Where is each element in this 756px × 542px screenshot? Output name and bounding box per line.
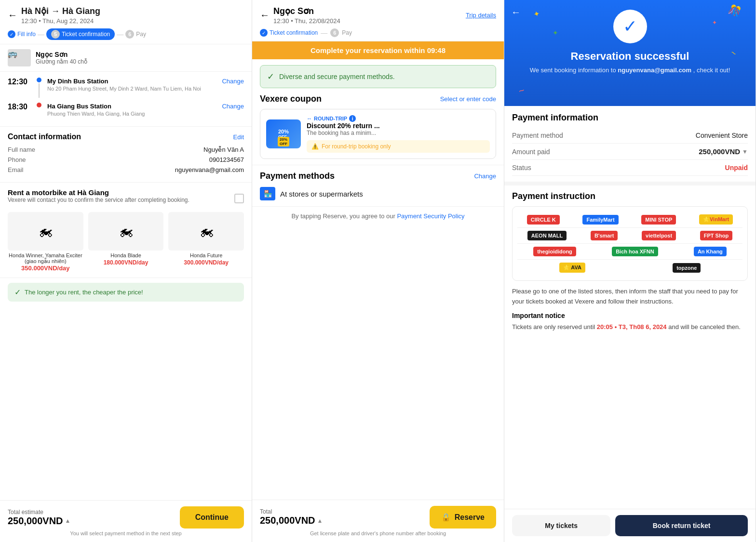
contact-fullname: Full name Nguyễn Văn A [8, 146, 244, 153]
pay-method-value: Convenient Store [696, 132, 748, 139]
departure-station: My Dinh Bus Station [47, 78, 216, 85]
continue-button[interactable]: Continue [180, 506, 244, 529]
p3-back-icon[interactable]: ← [511, 7, 521, 18]
panel1-header: ← Hà Nội → Hà Giang 12:30 • Thu, Aug 22,… [0, 0, 252, 44]
contact-title: Contact information [8, 132, 81, 141]
logo-ministop: MINI STOP [641, 215, 676, 225]
panel-ticket-confirm: ← Ngọc Sơn 12:30 • Thu, 22/08/2024 Trip … [252, 0, 504, 542]
stop-line [39, 83, 40, 98]
arrival-station: Ha Giang Bus Station [47, 103, 216, 110]
moto-name-1: Honda Winner, Yamaha Exciter (giao ngẫu … [8, 252, 83, 264]
payment-change-btn[interactable]: Change [474, 172, 496, 180]
logo-viettelpost: viettelpost [642, 231, 676, 240]
panel1-route: Hà Nội → Hà Giang [21, 6, 100, 16]
trip-details-link[interactable]: Trip details [466, 12, 496, 19]
moto-price-3: 300.000VND/day [168, 259, 244, 266]
coupon-header: Vexere coupon Select or enter code [260, 94, 496, 104]
reserve-button[interactable]: 🔒 Reserve [430, 506, 496, 529]
change-departure-btn[interactable]: Change [222, 78, 244, 85]
moto-price-1: 350.000VND/day [8, 264, 83, 272]
coupon-badge: 20%OFF [278, 137, 289, 146]
contact-header: Contact information Edit [8, 132, 244, 141]
panel2-total-label: Total [260, 508, 323, 515]
select-coupon-link[interactable]: Select or enter code [440, 95, 496, 103]
panel1-moto-section: Rent a motorbike at Hà Giang Vexere will… [0, 183, 252, 278]
amount-down-chevron: ▼ [742, 148, 748, 155]
notice-deadline: 20:05 • T3, Th08 6, 2024 [597, 323, 667, 330]
moto-item-2: 🏍 Honda Blade 180.000VND/day [88, 212, 164, 272]
total-amount-text: 250,000VND [8, 516, 63, 527]
panel-reservation-success: ← 🎊 ✦ ✦ ✦ ~ ~ ✓ Reservation successful W… [504, 0, 756, 542]
moto-checkbox[interactable] [234, 194, 244, 203]
status-label: Status [512, 164, 531, 172]
moto-title: Rent a motorbike at Hà Giang [8, 188, 189, 197]
logo-ankhang: An Khang [694, 247, 727, 256]
panel2-timer: Complete your reservation within 09:48 [252, 41, 504, 59]
store-row-2: AEON MALL B'smart viettelpost FPT Shop [517, 227, 742, 243]
notice-text: Tickets are only reserved until 20:05 • … [512, 322, 748, 332]
confetti-1: 🎊 [728, 3, 743, 18]
coupon-card[interactable]: 20% OFF 20%OFF ↔ ROUND-TRIP i Discount 2… [260, 109, 496, 159]
logo-tgdd: thegioididong [533, 247, 576, 256]
panel1-stops: 12:30 My Dinh Bus Station No 20 Pham Hun… [0, 72, 252, 127]
stop-dot-red [37, 103, 41, 107]
step-num-6: 6 [125, 30, 134, 39]
step-num-5: 5 [51, 30, 60, 39]
logo-aeon: AEON MALL [527, 231, 567, 240]
moto-header: Rent a motorbike at Hà Giang Vexere will… [8, 188, 244, 208]
success-title: Reservation successful [514, 50, 746, 63]
logo-topzone: topzone [673, 263, 701, 273]
departure-addr: No 20 Pham Hung Street, My Dinh 2 Ward, … [47, 86, 216, 92]
store-row-1: CIRCLE K FamilyMart MINI STOP ⭐VinMart [517, 212, 742, 227]
panel2-route: Ngọc Sơn [273, 6, 340, 16]
payment-info-title: Payment information [512, 113, 748, 123]
book-return-ticket-button[interactable]: Book return ticket [615, 515, 748, 536]
panel2-total-row: Total 250,000VND ▲ 🔒 Reserve [260, 506, 496, 529]
coupon-warning: ⚠️ For round-trip booking only [307, 140, 490, 153]
logo-ava: ⭐ AVA [559, 263, 585, 273]
warning-text: For round-trip booking only [322, 143, 391, 150]
confetti-2: ✦ [532, 9, 540, 20]
panel1-total-row: Total estimate 250,000VND ▲ Continue [8, 506, 244, 529]
payment-header: Payment methods Change [260, 171, 496, 181]
step-fill-label: Fill info [17, 31, 36, 38]
moto-img-3: 🏍 [168, 212, 244, 251]
confetti-6: ~ [517, 85, 526, 97]
confetti-3: ✦ [712, 19, 717, 26]
p2-step-num: 6 [330, 28, 339, 37]
panel2-payment-section: Payment methods Change 🏪 At stores or su… [252, 165, 504, 207]
edit-contact-btn[interactable]: Edit [233, 133, 244, 141]
success-check-circle: ✓ [613, 10, 647, 43]
stop-dot-blue [37, 78, 41, 82]
contact-email: Email nguyenvana@gmail.com [8, 166, 244, 173]
step-connector2: — [117, 30, 123, 38]
p2-step-pay-label: Pay [342, 29, 352, 36]
roundtrip-label: ROUND-TRIP [314, 116, 347, 121]
important-notice-title: Important notice [512, 312, 748, 319]
policy-link[interactable]: Payment Security Policy [397, 212, 464, 220]
panel1-footer: Total estimate 250,000VND ▲ Continue You… [0, 500, 252, 542]
logo-bsmart: B'smart [591, 231, 618, 240]
back-icon[interactable]: ← [8, 10, 17, 21]
coupon-info: ↔ ROUND-TRIP i Discount 20% return ... T… [307, 115, 490, 153]
panel1-bus-card: 🚌 Ngọc Sơn Giường nằm 40 chỗ [0, 44, 252, 72]
stop-row-departure: 12:30 My Dinh Bus Station No 20 Pham Hun… [8, 78, 244, 99]
panel1-datetime: 12:30 • Thu, Aug 22, 2024 [21, 17, 100, 25]
panel2-header: ← Ngọc Sơn 12:30 • Thu, 22/08/2024 Trip … [252, 0, 504, 41]
change-arrival-btn[interactable]: Change [222, 103, 244, 110]
p2-amount-chevron-icon: ▲ [317, 517, 323, 524]
moto-grid: 🏍 Honda Winner, Yamaha Exciter (giao ngẫ… [8, 212, 244, 272]
step-connector1: — [38, 30, 44, 38]
panel2-steps: ✓ Ticket confirmation — 6 Pay [260, 28, 496, 37]
my-tickets-button[interactable]: My tickets [512, 515, 610, 536]
logo-vinmart: ⭐VinMart [699, 214, 733, 225]
phone-label: Phone [8, 156, 26, 163]
success-email: nguyenvana@gmail.com [618, 66, 691, 74]
p2-step-confirm-label: Ticket confirmation [270, 29, 318, 36]
panel2-datetime: 12:30 • Thu, 22/08/2024 [273, 17, 340, 25]
bus-image: 🚌 [8, 49, 31, 66]
store-icon: 🏪 [260, 187, 275, 200]
instruction-text: Please go to one of the listed stores, t… [512, 287, 748, 307]
logo-fptshop: FPT Shop [700, 231, 732, 240]
p2-back-icon[interactable]: ← [260, 10, 270, 21]
